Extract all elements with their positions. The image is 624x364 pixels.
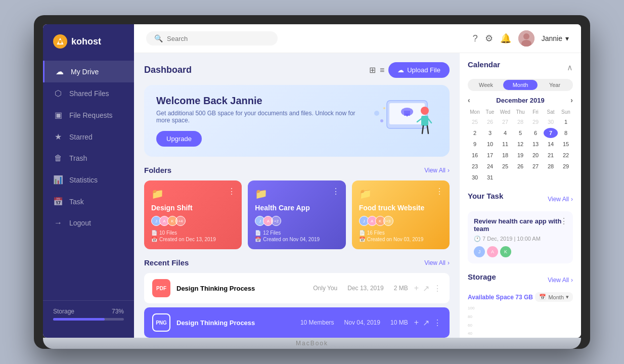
more-icon[interactable]: ⋮	[433, 284, 441, 293]
more-icon[interactable]: ⋮	[433, 318, 441, 328]
calendar-day[interactable]: 20	[528, 150, 543, 160]
file-requests-icon: ▣	[53, 110, 63, 120]
sidebar-item-starred[interactable]: ★ Starred	[43, 126, 134, 148]
settings-icon[interactable]: ⚙	[485, 33, 493, 44]
sidebar-item-task[interactable]: 📅 Task	[43, 191, 134, 212]
folder-more-icon[interactable]: ⋮	[435, 187, 443, 196]
add-icon[interactable]: +	[414, 284, 419, 293]
logo-text: kohost	[71, 36, 101, 47]
calendar-day[interactable]: 27	[498, 117, 512, 127]
collapse-icon[interactable]: ∧	[567, 63, 573, 72]
calendar-day[interactable]: 11	[498, 139, 512, 149]
calendar-day[interactable]: 28	[513, 117, 527, 127]
calendar-day[interactable]: 23	[468, 161, 482, 171]
calendar-day[interactable]: 28	[544, 161, 558, 171]
tab-month[interactable]: Month	[503, 80, 538, 90]
help-icon[interactable]: ?	[473, 33, 478, 44]
tab-week[interactable]: Week	[469, 80, 503, 90]
sidebar-item-trash[interactable]: 🗑 Trash	[43, 148, 134, 169]
avatar[interactable]	[518, 30, 534, 47]
calendar-day[interactable]: 14	[544, 139, 558, 149]
calendar-day[interactable]: 30	[468, 172, 482, 183]
task-card[interactable]: ⋮ Review health care app with team 🕐 7 D…	[468, 211, 573, 263]
tasks-section: Your Task View All › ⋮ Review health car…	[468, 192, 573, 263]
calendar-day[interactable]: 26	[513, 161, 527, 171]
period-selector[interactable]: 📅 Month ▾	[535, 292, 573, 302]
recent-file-row-highlighted[interactable]: PNG Design Thinking Process 10 Members N…	[144, 307, 450, 338]
sidebar-item-file-requests[interactable]: ▣ File Requests	[43, 104, 134, 126]
right-panel: Calendar ∧ Week Month Year ‹ December 20…	[460, 53, 581, 338]
notifications-icon[interactable]: 🔔	[500, 33, 511, 44]
svg-point-10	[421, 107, 429, 115]
share-icon[interactable]: ↗	[423, 284, 429, 293]
calendar-day[interactable]: 25	[498, 161, 512, 171]
calendar-day-today[interactable]: 7	[544, 128, 558, 138]
calendar-day[interactable]: 12	[513, 139, 527, 149]
recent-file-row[interactable]: PDF Design Thinking Process Only You Dec…	[144, 273, 450, 303]
calendar-day[interactable]: 22	[559, 150, 573, 160]
calendar-day[interactable]: 3	[483, 128, 497, 138]
user-name: Jannie	[542, 34, 562, 42]
folder-card-design-shift[interactable]: ⋮ 📁 Design Shift J A K +4 📄 10 Files	[144, 180, 242, 249]
calendar-day[interactable]: 24	[483, 161, 497, 171]
calendar-day[interactable]: 15	[559, 139, 573, 149]
calendar-day[interactable]: 21	[544, 150, 558, 160]
calendar-day[interactable]: 1	[559, 117, 573, 127]
calendar-day[interactable]: 2	[468, 128, 482, 138]
prev-month-button[interactable]: ‹	[468, 96, 470, 104]
storage-bar-fill	[53, 318, 105, 321]
task-more-icon[interactable]: ⋮	[560, 216, 568, 226]
next-month-button[interactable]: ›	[570, 96, 573, 104]
calendar-day[interactable]: 30	[544, 117, 558, 127]
calendar-day[interactable]: 17	[483, 150, 497, 160]
folder-card-health-care[interactable]: ⋮ 📁 Health Care App J A +2 📄 12 Files 📅 …	[248, 180, 345, 249]
calendar-day[interactable]: 26	[483, 117, 497, 127]
tab-year[interactable]: Year	[538, 80, 572, 90]
calendar-day[interactable]: 6	[528, 128, 543, 138]
grid-view-button[interactable]: ⊞	[369, 65, 376, 75]
calendar-day[interactable]: 10	[483, 139, 497, 149]
folder-more-icon[interactable]: ⋮	[332, 187, 340, 196]
upgrade-button[interactable]: Upgrade	[156, 131, 202, 147]
file-actions: + ↗ ⋮	[414, 318, 441, 328]
calendar-day[interactable]: 18	[498, 150, 512, 160]
search-box[interactable]: 🔍	[146, 31, 278, 46]
svg-line-13	[428, 119, 431, 123]
macbook-label: MacBook	[296, 340, 328, 347]
storage-view-all[interactable]: View All ›	[548, 277, 573, 284]
folders-view-all[interactable]: View All ›	[424, 167, 450, 174]
user-menu[interactable]: Jannie ▾	[542, 34, 569, 42]
calendar-icon: 📅	[539, 294, 546, 300]
tasks-view-all[interactable]: View All ›	[548, 196, 573, 203]
folder-card-food-truck[interactable]: ⋮ 📁 Food truck Website J A K +3 📄 16 Fil…	[352, 180, 450, 249]
calendar-day[interactable]: 19	[513, 150, 527, 160]
sidebar-item-shared-files[interactable]: ⬡ Shared Files	[43, 82, 134, 104]
search-input[interactable]	[167, 35, 270, 42]
sidebar-item-my-drive[interactable]: ☁ My Drive	[43, 61, 134, 82]
dashboard-header: Dashboard ⊞ ≡ ☁ Upload File	[144, 62, 450, 78]
calendar-day[interactable]: 4	[498, 128, 512, 138]
folder-more-icon[interactable]: ⋮	[228, 187, 236, 196]
calendar-day[interactable]: 25	[468, 117, 482, 127]
calendar-day[interactable]: 29	[559, 161, 573, 171]
banner-illustration	[367, 96, 437, 146]
calendar-day[interactable]: 31	[483, 172, 497, 183]
calendar-day[interactable]: 8	[559, 128, 573, 138]
day-header: Sat	[544, 108, 558, 116]
calendar-day[interactable]: 13	[528, 139, 543, 149]
folder-meta: 📄 10 Files 📅 Created on Dec 13, 2019	[151, 230, 235, 242]
upload-icon: ☁	[397, 66, 404, 74]
list-view-button[interactable]: ≡	[380, 66, 384, 75]
upload-file-button[interactable]: ☁ Upload File	[388, 62, 450, 78]
svg-line-15	[427, 126, 428, 133]
share-icon[interactable]: ↗	[423, 318, 429, 328]
calendar-day[interactable]: 5	[513, 128, 527, 138]
calendar-day[interactable]: 29	[528, 117, 543, 127]
calendar-day[interactable]: 27	[528, 161, 543, 171]
add-icon[interactable]: +	[414, 318, 419, 328]
calendar-day[interactable]: 16	[468, 150, 482, 160]
recent-files-view-all[interactable]: View All ›	[424, 259, 450, 266]
sidebar-item-statistics[interactable]: 📊 Statistics	[43, 169, 134, 191]
calendar-day[interactable]: 9	[468, 139, 482, 149]
sidebar-item-logout[interactable]: → Logout	[43, 212, 134, 234]
